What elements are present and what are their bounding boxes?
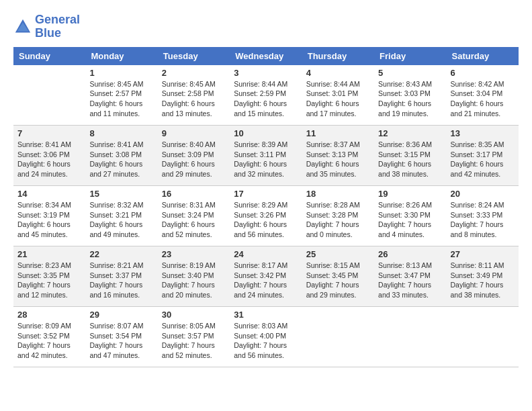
day-number: 17	[234, 189, 298, 199]
calendar-table: SundayMondayTuesdayWednesdayThursdayFrid…	[13, 47, 519, 368]
day-info: Sunrise: 8:05 AMSunset: 3:57 PMDaylight:…	[162, 321, 226, 361]
calendar-cell: 2Sunrise: 8:45 AMSunset: 2:58 PMDaylight…	[158, 65, 230, 126]
day-info: Sunrise: 8:13 AMSunset: 3:47 PMDaylight:…	[378, 261, 442, 300]
day-number: 21	[17, 249, 81, 259]
day-header-friday: Friday	[374, 47, 446, 65]
day-number: 16	[162, 189, 226, 199]
day-info: Sunrise: 8:32 AMSunset: 3:21 PMDaylight:…	[89, 200, 153, 240]
day-info: Sunrise: 8:19 AMSunset: 3:40 PMDaylight:…	[162, 261, 226, 300]
week-row-4: 21Sunrise: 8:23 AMSunset: 3:35 PMDayligh…	[13, 246, 519, 307]
day-number: 2	[162, 68, 226, 78]
day-number: 6	[451, 68, 515, 78]
day-number: 5	[378, 68, 442, 78]
day-header-sunday: Sunday	[13, 47, 85, 65]
calendar-cell: 15Sunrise: 8:32 AMSunset: 3:21 PMDayligh…	[85, 186, 157, 246]
calendar-cell: 22Sunrise: 8:21 AMSunset: 3:37 PMDayligh…	[85, 246, 157, 307]
calendar-cell: 11Sunrise: 8:37 AMSunset: 3:13 PMDayligh…	[302, 126, 374, 186]
day-info: Sunrise: 8:31 AMSunset: 3:24 PMDaylight:…	[162, 200, 226, 240]
logo-text: General Blue	[35, 13, 80, 40]
day-header-monday: Monday	[85, 47, 157, 65]
calendar-cell: 6Sunrise: 8:42 AMSunset: 3:04 PMDaylight…	[447, 65, 519, 126]
calendar-cell	[447, 307, 519, 367]
day-info: Sunrise: 8:03 AMSunset: 4:00 PMDaylight:…	[234, 321, 298, 361]
day-number: 3	[234, 68, 298, 78]
day-info: Sunrise: 8:43 AMSunset: 3:03 PMDaylight:…	[378, 79, 442, 119]
calendar-cell: 4Sunrise: 8:44 AMSunset: 3:01 PMDaylight…	[302, 65, 374, 126]
calendar-cell: 28Sunrise: 8:09 AMSunset: 3:52 PMDayligh…	[13, 307, 85, 367]
calendar-cell: 31Sunrise: 8:03 AMSunset: 4:00 PMDayligh…	[230, 307, 302, 367]
day-info: Sunrise: 8:39 AMSunset: 3:11 PMDaylight:…	[234, 140, 298, 179]
calendar-cell	[302, 307, 374, 367]
day-number: 24	[234, 249, 298, 259]
calendar-cell: 27Sunrise: 8:11 AMSunset: 3:49 PMDayligh…	[447, 246, 519, 307]
day-info: Sunrise: 8:41 AMSunset: 3:08 PMDaylight:…	[89, 140, 153, 179]
calendar-cell: 29Sunrise: 8:07 AMSunset: 3:54 PMDayligh…	[85, 307, 157, 367]
day-number: 30	[162, 310, 226, 320]
day-info: Sunrise: 8:11 AMSunset: 3:49 PMDaylight:…	[451, 261, 515, 300]
day-number: 9	[162, 128, 226, 138]
day-info: Sunrise: 8:15 AMSunset: 3:45 PMDaylight:…	[306, 261, 370, 300]
calendar-cell: 24Sunrise: 8:17 AMSunset: 3:42 PMDayligh…	[230, 246, 302, 307]
day-number: 27	[451, 249, 515, 259]
calendar-cell: 7Sunrise: 8:41 AMSunset: 3:06 PMDaylight…	[13, 126, 85, 186]
day-number: 20	[451, 189, 515, 199]
calendar-cell: 3Sunrise: 8:44 AMSunset: 2:59 PMDaylight…	[230, 65, 302, 126]
calendar-cell: 18Sunrise: 8:28 AMSunset: 3:28 PMDayligh…	[302, 186, 374, 246]
day-info: Sunrise: 8:44 AMSunset: 2:59 PMDaylight:…	[234, 79, 298, 119]
day-header-thursday: Thursday	[302, 47, 374, 65]
calendar-cell: 30Sunrise: 8:05 AMSunset: 3:57 PMDayligh…	[158, 307, 230, 367]
calendar-cell: 13Sunrise: 8:35 AMSunset: 3:17 PMDayligh…	[447, 126, 519, 186]
header-row: SundayMondayTuesdayWednesdayThursdayFrid…	[13, 47, 519, 65]
day-info: Sunrise: 8:37 AMSunset: 3:13 PMDaylight:…	[306, 140, 370, 179]
day-info: Sunrise: 8:45 AMSunset: 2:58 PMDaylight:…	[162, 79, 226, 119]
calendar-cell: 10Sunrise: 8:39 AMSunset: 3:11 PMDayligh…	[230, 126, 302, 186]
calendar-cell: 21Sunrise: 8:23 AMSunset: 3:35 PMDayligh…	[13, 246, 85, 307]
calendar-cell: 1Sunrise: 8:45 AMSunset: 2:57 PMDaylight…	[85, 65, 157, 126]
calendar-cell: 5Sunrise: 8:43 AMSunset: 3:03 PMDaylight…	[374, 65, 446, 126]
day-info: Sunrise: 8:24 AMSunset: 3:33 PMDaylight:…	[451, 200, 515, 240]
day-info: Sunrise: 8:36 AMSunset: 3:15 PMDaylight:…	[378, 140, 442, 179]
logo-icon	[13, 17, 32, 36]
day-number: 14	[17, 189, 81, 199]
calendar-cell: 26Sunrise: 8:13 AMSunset: 3:47 PMDayligh…	[374, 246, 446, 307]
day-number: 7	[17, 128, 81, 138]
day-info: Sunrise: 8:28 AMSunset: 3:28 PMDaylight:…	[306, 200, 370, 240]
calendar-cell: 19Sunrise: 8:26 AMSunset: 3:30 PMDayligh…	[374, 186, 446, 246]
calendar-cell: 14Sunrise: 8:34 AMSunset: 3:19 PMDayligh…	[13, 186, 85, 246]
week-row-2: 7Sunrise: 8:41 AMSunset: 3:06 PMDaylight…	[13, 126, 519, 186]
day-number: 11	[306, 128, 370, 138]
day-number: 13	[451, 128, 515, 138]
day-number: 31	[234, 310, 298, 320]
week-row-1: 1Sunrise: 8:45 AMSunset: 2:57 PMDaylight…	[13, 65, 519, 126]
day-number: 4	[306, 68, 370, 78]
day-number: 8	[89, 128, 153, 138]
week-row-5: 28Sunrise: 8:09 AMSunset: 3:52 PMDayligh…	[13, 307, 519, 367]
calendar-cell: 20Sunrise: 8:24 AMSunset: 3:33 PMDayligh…	[447, 186, 519, 246]
day-info: Sunrise: 8:34 AMSunset: 3:19 PMDaylight:…	[17, 200, 81, 240]
day-info: Sunrise: 8:44 AMSunset: 3:01 PMDaylight:…	[306, 79, 370, 119]
day-number: 23	[162, 249, 226, 259]
day-info: Sunrise: 8:42 AMSunset: 3:04 PMDaylight:…	[451, 79, 515, 119]
day-info: Sunrise: 8:07 AMSunset: 3:54 PMDaylight:…	[89, 321, 153, 361]
calendar-cell: 23Sunrise: 8:19 AMSunset: 3:40 PMDayligh…	[158, 246, 230, 307]
day-info: Sunrise: 8:41 AMSunset: 3:06 PMDaylight:…	[17, 140, 81, 179]
calendar-cell: 9Sunrise: 8:40 AMSunset: 3:09 PMDaylight…	[158, 126, 230, 186]
calendar-cell: 16Sunrise: 8:31 AMSunset: 3:24 PMDayligh…	[158, 186, 230, 246]
day-number: 22	[89, 249, 153, 259]
calendar-cell	[374, 307, 446, 367]
day-header-wednesday: Wednesday	[230, 47, 302, 65]
calendar-cell: 17Sunrise: 8:29 AMSunset: 3:26 PMDayligh…	[230, 186, 302, 246]
logo: General Blue	[13, 13, 80, 40]
day-info: Sunrise: 8:29 AMSunset: 3:26 PMDaylight:…	[234, 200, 298, 240]
day-number: 18	[306, 189, 370, 199]
day-number: 25	[306, 249, 370, 259]
day-number: 26	[378, 249, 442, 259]
day-info: Sunrise: 8:21 AMSunset: 3:37 PMDaylight:…	[89, 261, 153, 300]
day-number: 28	[17, 310, 81, 320]
day-header-saturday: Saturday	[447, 47, 519, 65]
day-number: 15	[89, 189, 153, 199]
day-info: Sunrise: 8:17 AMSunset: 3:42 PMDaylight:…	[234, 261, 298, 300]
calendar-cell: 8Sunrise: 8:41 AMSunset: 3:08 PMDaylight…	[85, 126, 157, 186]
day-info: Sunrise: 8:23 AMSunset: 3:35 PMDaylight:…	[17, 261, 81, 300]
day-info: Sunrise: 8:40 AMSunset: 3:09 PMDaylight:…	[162, 140, 226, 179]
